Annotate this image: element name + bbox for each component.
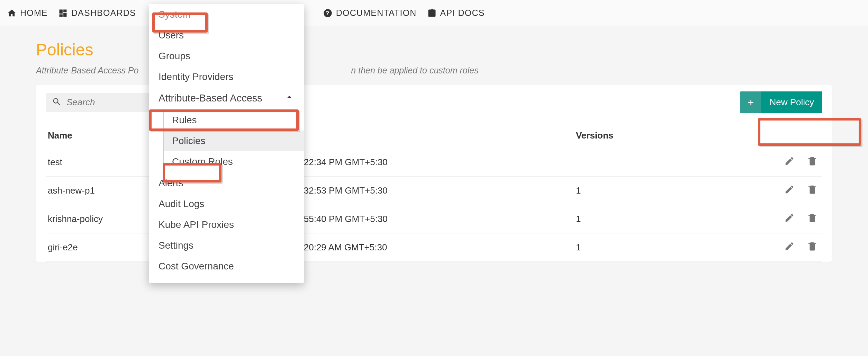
nav-apidocs[interactable]: API DOCS: [427, 8, 485, 18]
page-body: Policies Attribute-Based Access Po xxxxx…: [0, 26, 868, 262]
nav-dashboards[interactable]: DASHBOARDS: [58, 8, 136, 18]
page-desc-prefix: Attribute-Based Access Po: [36, 65, 138, 75]
search-input[interactable]: [66, 97, 150, 108]
delete-icon[interactable]: [807, 213, 817, 223]
dropdown-item-policies[interactable]: Policies: [164, 131, 304, 151]
dropdown-item-settings[interactable]: Settings: [149, 235, 304, 256]
new-policy-button[interactable]: + New Policy: [740, 91, 822, 113]
dashboard-icon: [58, 8, 68, 18]
policy-versions[interactable]: 1: [574, 233, 745, 262]
policy-time: 0:20:29 AM GMT+5:30: [294, 233, 574, 262]
nav-home-label: HOME: [20, 8, 48, 18]
policy-time: 3:32:53 PM GMT+5:30: [294, 177, 574, 205]
nav-documentation[interactable]: ? DOCUMENTATION: [323, 8, 417, 18]
dropdown-item-cost-governance[interactable]: Cost Governance: [149, 256, 304, 277]
svg-text:?: ?: [326, 10, 329, 16]
plus-icon: +: [740, 91, 761, 113]
dropdown-item-identity-providers[interactable]: Identity Providers: [149, 66, 304, 87]
edit-icon[interactable]: [784, 241, 795, 251]
search-icon: [52, 97, 62, 108]
policy-versions[interactable]: [574, 148, 745, 177]
policy-actions: [745, 148, 822, 177]
nav-documentation-label: DOCUMENTATION: [336, 8, 417, 18]
col-actions: [745, 123, 822, 148]
system-dropdown: System Users Groups Identity Providers A…: [149, 4, 304, 283]
dropdown-subgroup: Rules Policies Custom Roles: [163, 109, 304, 173]
dropdown-aba-label: Attribute-Based Access: [159, 92, 262, 104]
dropdown-item-custom-roles[interactable]: Custom Roles: [164, 151, 304, 172]
policy-actions: [745, 177, 822, 205]
top-nav: HOME DASHBOARDS ? DOCUMENTATION API DOCS: [0, 0, 868, 26]
delete-icon[interactable]: [807, 184, 817, 195]
page-desc-suffix: n then be applied to custom roles: [351, 65, 478, 75]
delete-icon[interactable]: [807, 156, 817, 166]
policy-versions[interactable]: 1: [574, 177, 745, 205]
policy-actions: [745, 233, 822, 262]
chevron-up-icon: [284, 92, 294, 104]
dropdown-item-users[interactable]: Users: [149, 25, 304, 46]
clipboard-icon: [427, 8, 437, 18]
policy-actions: [745, 205, 822, 233]
policy-versions[interactable]: 1: [574, 205, 745, 233]
col-versions[interactable]: Versions: [574, 123, 745, 148]
dropdown-item-attribute-based-access[interactable]: Attribute-Based Access: [149, 87, 304, 109]
help-icon: ?: [323, 8, 333, 18]
dropdown-item-groups[interactable]: Groups: [149, 46, 304, 66]
dropdown-item-system[interactable]: System: [149, 4, 304, 25]
nav-apidocs-label: API DOCS: [440, 8, 485, 18]
edit-icon[interactable]: [784, 156, 795, 166]
new-policy-label: New Policy: [761, 91, 822, 113]
delete-icon[interactable]: [807, 241, 817, 251]
dropdown-item-rules[interactable]: Rules: [164, 110, 304, 131]
policy-time: 4:55:40 PM GMT+5:30: [294, 205, 574, 233]
edit-icon[interactable]: [784, 184, 795, 195]
col-time: [294, 123, 574, 148]
dropdown-item-audit-logs[interactable]: Audit Logs: [149, 194, 304, 214]
dropdown-item-alerts[interactable]: Alerts: [149, 173, 304, 194]
nav-dashboards-label: DASHBOARDS: [71, 8, 136, 18]
home-icon: [7, 8, 17, 18]
policy-time: 3:22:34 PM GMT+5:30: [294, 148, 574, 177]
nav-home[interactable]: HOME: [7, 8, 48, 18]
edit-icon[interactable]: [784, 213, 795, 223]
search-box[interactable]: [46, 93, 156, 112]
dropdown-item-kube-api-proxies[interactable]: Kube API Proxies: [149, 214, 304, 235]
